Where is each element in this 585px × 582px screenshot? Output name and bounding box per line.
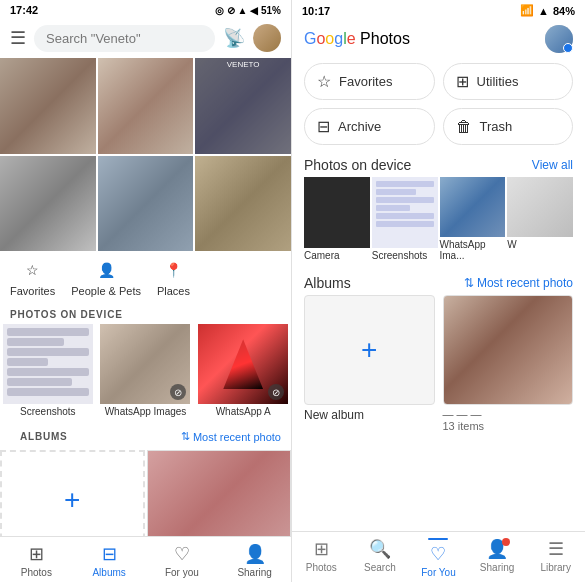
hamburger-icon[interactable]: ☰ <box>10 27 26 49</box>
albums-section-label: ALBUMS <box>10 427 78 446</box>
whatsapp-label: WhatsApp Ima... <box>440 237 506 263</box>
right-status-bar: 10:17 📶 ▲ 84% <box>292 0 585 19</box>
nav-library-right-label: Library <box>540 562 571 573</box>
new-album-name-right: New album <box>304 405 435 422</box>
photos-nav-icon: ⊞ <box>29 543 44 565</box>
nav-search-right-label: Search <box>364 562 396 573</box>
whatsapp-a-label: WhatsApp A <box>216 404 271 419</box>
category-favorites-label: Favorites <box>10 285 55 297</box>
pod-screenshots[interactable]: Screenshots <box>372 177 438 263</box>
nav-library-right[interactable]: ☰ Library <box>526 538 585 578</box>
nav-albums-left[interactable]: ⊟ Albums <box>73 543 146 578</box>
nav-sharing-left[interactable]: 👤 Sharing <box>218 543 291 578</box>
category-places[interactable]: 📍 Places <box>157 259 190 297</box>
new-album-thumb: + <box>0 450 145 536</box>
left-time: 17:42 <box>10 4 38 16</box>
nav-search-right[interactable]: 🔍 Search <box>351 538 410 578</box>
album-new-right[interactable]: + New album <box>304 295 435 432</box>
albums-nav-icon: ⊟ <box>102 543 117 565</box>
utilities-btn[interactable]: ⊞ Utilities <box>443 63 574 100</box>
more-label: W <box>507 237 573 252</box>
more-thumb <box>507 177 573 237</box>
screenshots-right-label: Screenshots <box>372 248 438 263</box>
bottom-nav-left: ⊞ Photos ⊟ Albums ♡ For you 👤 Sharing <box>0 536 291 582</box>
quick-access-grid: ☆ Favorites ⊞ Utilities ⊟ Archive 🗑 Tras… <box>292 59 585 153</box>
nav-sharing-right[interactable]: 👤 Sharing <box>468 538 527 578</box>
avatar-right[interactable] <box>545 25 573 53</box>
device-photos-grid: Screenshots ⊘ WhatsApp Images ⊘ WhatsApp… <box>0 324 291 423</box>
family-album-name-right: — — — <box>443 405 574 420</box>
most-recent-link[interactable]: ⇅ Most recent photo <box>464 276 573 290</box>
utilities-btn-label: Utilities <box>477 74 519 89</box>
photo-thumb-5[interactable] <box>98 156 194 252</box>
search-icon-right: 🔍 <box>369 538 391 560</box>
albums-title-right: Albums <box>304 275 351 291</box>
whatsapp-images-label: WhatsApp Images <box>105 404 187 419</box>
library-icon-right: ☰ <box>548 538 564 560</box>
whatsapp-a-thumb: ⊘ <box>198 324 288 404</box>
album-family-friends[interactable]: Family & friends <box>147 450 292 536</box>
device-whatsapp-a[interactable]: ⊘ WhatsApp A <box>195 324 291 419</box>
album-family-right[interactable]: — — — 13 items <box>443 295 574 432</box>
favorites-btn[interactable]: ☆ Favorites <box>304 63 435 100</box>
pod-more[interactable]: W <box>507 177 573 263</box>
camera-thumb <box>304 177 370 248</box>
device-screenshots[interactable]: Screenshots <box>0 324 96 419</box>
device-whatsapp-images[interactable]: ⊘ WhatsApp Images <box>98 324 194 419</box>
whatsapp-images-thumb: ⊘ <box>100 324 190 404</box>
right-panel: 10:17 📶 ▲ 84% Google Photos ☆ Favorites … <box>292 0 585 582</box>
albums-header-right: Albums ⇅ Most recent photo <box>292 271 585 295</box>
left-header: ☰ Search "Veneto" 📡 <box>0 18 291 58</box>
nav-albums-label: Albums <box>92 567 125 578</box>
utilities-qa-icon: ⊞ <box>456 72 469 91</box>
nav-photos-label: Photos <box>21 567 52 578</box>
albums-grid-right: + New album — — — 13 items <box>292 295 585 432</box>
logo-o2: o <box>325 30 334 47</box>
albums-sort-left[interactable]: ⇅ Most recent photo <box>181 430 281 443</box>
photo-thumb-3[interactable]: VENETO <box>195 58 291 154</box>
logo-g2: g <box>334 30 343 47</box>
battery-right: 84% <box>553 5 575 17</box>
nav-for-you-right[interactable]: ♡ For You <box>409 538 468 578</box>
nav-photos-right[interactable]: ⊞ Photos <box>292 538 351 578</box>
people-icon: 👤 <box>95 259 117 281</box>
archive-btn-label: Archive <box>338 119 381 134</box>
photos-on-device-label: PHOTOS ON DEVICE <box>0 305 291 324</box>
category-people-pets[interactable]: 👤 People & Pets <box>71 259 141 297</box>
trash-btn-label: Trash <box>480 119 513 134</box>
photos-icon-right: ⊞ <box>314 538 329 560</box>
search-bar[interactable]: Search "Veneto" <box>34 25 215 52</box>
cast-icon[interactable]: 📡 <box>223 27 245 49</box>
favorites-qa-icon: ☆ <box>317 72 331 91</box>
album-new[interactable]: + New album <box>0 450 145 536</box>
photos-device-grid-right: Camera Screenshots WhatsApp Ima... W <box>292 177 585 271</box>
photo-thumb-4[interactable] <box>0 156 96 252</box>
view-all-link[interactable]: View all <box>532 158 573 172</box>
active-bar <box>428 538 448 540</box>
archive-qa-icon: ⊟ <box>317 117 330 136</box>
photos-device-title: Photos on device <box>304 157 411 173</box>
family-thumb-right <box>443 295 574 405</box>
sharing-notification-dot <box>502 538 510 546</box>
avatar-left[interactable] <box>253 24 281 52</box>
photo-thumb-2[interactable] <box>98 58 194 154</box>
nav-for-you-left[interactable]: ♡ For you <box>146 543 219 578</box>
category-favorites[interactable]: ☆ Favorites <box>10 259 55 297</box>
for-you-icon-right: ♡ <box>430 543 446 565</box>
photo-thumb-1[interactable] <box>0 58 96 154</box>
albums-section-left: ALBUMS ⇅ Most recent photo + New album F… <box>0 423 291 536</box>
archive-btn[interactable]: ⊟ Archive <box>304 108 435 145</box>
avatar-badge <box>563 43 573 53</box>
trash-btn[interactable]: 🗑 Trash <box>443 108 574 145</box>
nav-photos-left[interactable]: ⊞ Photos <box>0 543 73 578</box>
right-status-icons: 📶 ▲ 84% <box>520 4 575 17</box>
family-friends-thumb <box>147 450 292 536</box>
pod-whatsapp[interactable]: WhatsApp Ima... <box>440 177 506 263</box>
photo-thumb-6[interactable] <box>195 156 291 252</box>
top-photo-grid: VENETO <box>0 58 291 255</box>
sort-arrows-icon: ⇅ <box>181 430 190 443</box>
bottom-nav-right: ⊞ Photos 🔍 Search ♡ For You 👤 Sharing ☰ … <box>292 531 585 582</box>
places-icon: 📍 <box>162 259 184 281</box>
sharing-nav-icon: 👤 <box>244 543 266 565</box>
pod-camera[interactable]: Camera <box>304 177 370 263</box>
